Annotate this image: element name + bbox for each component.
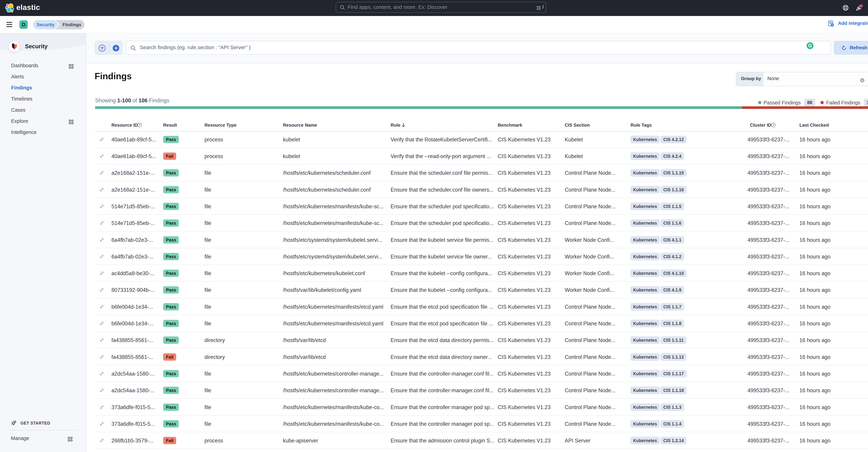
svg-text:Security: Security (37, 22, 55, 27)
svg-text:?: ? (773, 123, 774, 127)
svg-text:?: ? (139, 123, 141, 127)
svg-text:Findings: Findings (62, 22, 81, 27)
